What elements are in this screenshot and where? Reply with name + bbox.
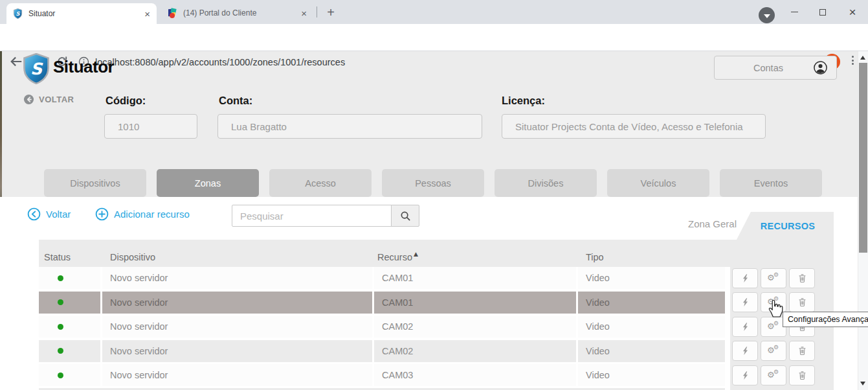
gears-icon: ⚙⚙: [767, 321, 780, 332]
power-button[interactable]: [732, 268, 758, 288]
table-row[interactable]: Novo servidorCAM02Video: [39, 340, 725, 362]
licenca-field[interactable]: [502, 114, 766, 139]
tab-divisões[interactable]: Divisões: [495, 169, 597, 197]
window-minimize-button[interactable]: [780, 0, 808, 24]
back-icon[interactable]: [9, 54, 23, 69]
status-cell: [39, 315, 100, 338]
tab-zonas[interactable]: Zonas: [157, 169, 259, 197]
advanced-settings-button[interactable]: ⚙⚙: [761, 292, 786, 312]
gears-icon: ⚙⚙: [767, 370, 780, 381]
page-scrollbar[interactable]: [858, 51, 868, 390]
delete-button[interactable]: [789, 341, 815, 361]
scroll-down-icon[interactable]: [860, 382, 865, 385]
add-resource-link[interactable]: Adicionar recurso: [95, 207, 190, 221]
download-status-button[interactable]: [759, 7, 775, 23]
advanced-settings-button[interactable]: ⚙⚙: [761, 341, 786, 361]
delete-button[interactable]: [789, 268, 815, 288]
conta-field[interactable]: [217, 114, 482, 139]
delete-button[interactable]: [789, 292, 815, 312]
situator-shield-icon: [13, 8, 23, 19]
accounts-button-label: Contas: [753, 63, 783, 73]
column-header-status[interactable]: Status: [44, 252, 71, 262]
column-header-dispositivo[interactable]: Dispositivo: [110, 252, 155, 262]
tab-acesso[interactable]: Acesso: [269, 169, 372, 197]
window-maximize-button[interactable]: [808, 0, 837, 24]
power-button[interactable]: [732, 317, 758, 337]
tab-eventos[interactable]: Eventos: [720, 169, 822, 197]
table-row[interactable]: Novo servidorCAM03Video: [39, 364, 725, 386]
recurso-cell: CAM02: [374, 340, 576, 362]
add-resource-label: Adicionar recurso: [114, 209, 190, 220]
gears-icon: ⚙⚙: [767, 345, 780, 356]
status-online-icon: [58, 348, 63, 354]
status-online-icon: [58, 324, 63, 330]
column-header-tipo[interactable]: Tipo: [586, 252, 604, 262]
trash-icon: [797, 346, 807, 356]
advanced-settings-button[interactable]: ⚙⚙: [761, 268, 786, 288]
dispositivo-cell: Novo servidor: [102, 292, 372, 314]
browser-tab-portal[interactable]: (14) Portal do Cliente ×: [161, 4, 313, 22]
conta-label: Conta:: [219, 95, 252, 107]
new-tab-button[interactable]: +: [322, 4, 339, 21]
search-button[interactable]: [391, 205, 419, 227]
tab-close-icon[interactable]: ×: [144, 9, 150, 19]
status-online-icon: [58, 373, 63, 378]
voltar-top-link[interactable]: VOLTAR: [23, 94, 74, 105]
advanced-settings-button[interactable]: ⚙⚙: [761, 365, 786, 385]
subtab-zona-geral[interactable]: Zona Geral: [688, 218, 737, 229]
gears-icon: ⚙⚙: [767, 273, 780, 284]
tab-close-icon[interactable]: ×: [301, 8, 307, 18]
address-bar[interactable]: localhost:8080/app/v2/accounts/1000/zone…: [95, 57, 345, 67]
main-tabs: DispositivosZonasAcessoPessoasDivisõesVe…: [44, 169, 822, 197]
licenca-label: Licença:: [502, 95, 545, 107]
chevron-down-icon: [764, 14, 770, 18]
dispositivo-cell: Novo servidor: [102, 340, 372, 362]
plus-circle-icon: [95, 207, 109, 221]
voltar-link[interactable]: Voltar: [27, 207, 71, 221]
table-header-band: [39, 240, 834, 267]
status-cell: [39, 267, 100, 289]
voltar-top-label: VOLTAR: [39, 95, 74, 104]
search-input[interactable]: [232, 205, 392, 227]
browser-toolbar: localhost:8080/app/v2/accounts/1000/zone…: [0, 24, 868, 51]
scrollbar-thumb[interactable]: [859, 63, 867, 253]
browser-window: Situator × (14) Portal do Cliente × + × …: [0, 0, 868, 390]
gears-icon: ⚙⚙: [767, 297, 780, 308]
browser-tab-situator[interactable]: Situator ×: [6, 3, 157, 24]
table-row[interactable]: Novo servidorCAM01Video: [39, 267, 725, 289]
tipo-cell: Video: [578, 315, 725, 338]
tab-veículos[interactable]: Veículos: [607, 169, 709, 197]
table-row[interactable]: Novo servidorCAM01Video: [39, 292, 725, 314]
bolt-icon: [740, 273, 750, 283]
tab-dispositivos[interactable]: Dispositivos: [44, 169, 146, 197]
tipo-cell: Video: [578, 364, 725, 386]
search-icon: [400, 211, 411, 222]
accounts-button[interactable]: Contas: [714, 56, 837, 80]
back-circle-icon: [23, 94, 34, 105]
tab-title: (14) Portal do Cliente: [183, 8, 301, 17]
window-close-button[interactable]: ×: [837, 0, 868, 24]
tab-pessoas[interactable]: Pessoas: [382, 169, 484, 197]
chevron-left-circle-icon: [27, 207, 41, 221]
power-button[interactable]: [732, 292, 758, 312]
bolt-icon: [740, 322, 750, 332]
status-online-icon: [58, 299, 63, 305]
bolt-icon: [740, 371, 750, 380]
browser-tabstrip: Situator × (14) Portal do Cliente × + ×: [0, 0, 868, 24]
status-cell: [39, 292, 100, 314]
codigo-field[interactable]: [104, 114, 197, 139]
browser-menu-icon[interactable]: [852, 56, 854, 65]
power-button[interactable]: [732, 341, 758, 361]
delete-button[interactable]: [789, 365, 815, 385]
power-button[interactable]: [732, 365, 758, 385]
scroll-up-icon[interactable]: [860, 56, 865, 60]
tab-divider: [317, 6, 317, 17]
status-cell: [39, 364, 100, 386]
voltar-link-label: Voltar: [46, 209, 71, 220]
table-row[interactable]: Novo servidorCAM02Video: [39, 315, 725, 338]
tipo-cell: Video: [578, 267, 725, 289]
subtab-recursos-label: RECURSOS: [761, 221, 816, 231]
trash-icon: [797, 371, 807, 380]
minimize-icon: [791, 12, 798, 13]
column-header-recurso[interactable]: Recurso: [377, 252, 412, 262]
